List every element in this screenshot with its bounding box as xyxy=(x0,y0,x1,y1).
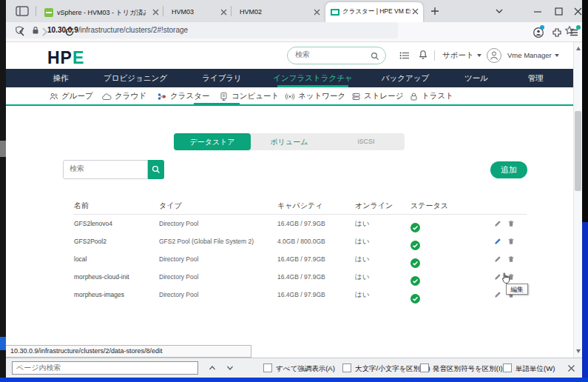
support-menu[interactable]: サポート xyxy=(442,50,481,61)
window-close-button[interactable] xyxy=(572,6,583,16)
hpe-favicon-icon xyxy=(331,9,339,16)
cell-capacity: 4.0GB / 800.0GB xyxy=(277,238,355,245)
match-diacritics-label[interactable]: 発音区別符号を区別(I) xyxy=(433,364,503,374)
cell-capacity: 16.4GB / 97.9GB xyxy=(277,255,355,263)
chevron-down-icon xyxy=(477,54,481,57)
global-search[interactable] xyxy=(287,47,386,64)
nav-backup[interactable]: バックアップ xyxy=(382,73,429,84)
delete-trash-icon[interactable] xyxy=(507,238,515,245)
subnav-storage[interactable]: ストレージ xyxy=(351,91,403,101)
tab-list-chevron-icon[interactable] xyxy=(494,6,504,16)
match-case-label[interactable]: 大文字/小文字を区別(C) xyxy=(355,364,430,374)
edit-pencil-icon[interactable] xyxy=(494,220,501,227)
url-text: 10.30.0.9/infrastructure/clusters/2#!sto… xyxy=(47,26,188,34)
col-status[interactable]: ステータス xyxy=(410,201,477,211)
shield-icon[interactable] xyxy=(15,26,24,35)
status-ok-icon xyxy=(410,241,477,250)
cell-online: はい xyxy=(355,290,410,300)
find-previous-icon[interactable] xyxy=(207,363,219,374)
subnav-clouds[interactable]: クラウド xyxy=(101,91,146,101)
nav-admin[interactable]: 管理 xyxy=(528,73,544,84)
table-row[interactable]: GFS2Pool2 GFS2 Pool (Global File System … xyxy=(74,232,527,250)
scroll-up-icon[interactable] xyxy=(576,47,581,50)
tab-separator xyxy=(231,6,232,16)
tab-iscsi[interactable]: iSCSI xyxy=(328,133,405,150)
subnav-clusters[interactable]: クラスター xyxy=(157,91,209,101)
extensions-puzzle-icon[interactable] xyxy=(551,27,563,38)
page-scrollbar[interactable] xyxy=(573,42,582,358)
tab-close-icon[interactable] xyxy=(313,8,321,16)
cell-name: local xyxy=(74,255,159,263)
lock-icon[interactable] xyxy=(31,26,40,35)
browser-tab-vsphere[interactable]: vSphere - HVM03 - トリガ済みア xyxy=(38,3,163,22)
table-row[interactable]: morpheus-cloud-init Directory Pool 16.4G… xyxy=(74,268,527,286)
tab-close-icon[interactable] xyxy=(411,7,419,16)
delete-trash-icon[interactable] xyxy=(507,220,515,227)
subnav-groups[interactable]: グループ xyxy=(49,91,93,101)
edit-pencil-icon[interactable] xyxy=(494,238,501,245)
subnav-trust[interactable]: トラスト xyxy=(409,91,453,101)
table-row[interactable]: morpheus-images Directory Pool 16.4GB / … xyxy=(74,286,527,304)
browser-tab-hvm03[interactable]: HVM03 xyxy=(164,3,231,22)
highlight-all-label[interactable]: すべて強調表示(A) xyxy=(276,364,335,374)
tab-separator xyxy=(163,6,163,16)
tab-close-icon[interactable] xyxy=(152,8,160,16)
nav-library[interactable]: ライブラリ xyxy=(202,73,242,84)
account-icon[interactable] xyxy=(533,27,544,38)
edit-pencil-icon[interactable] xyxy=(494,255,501,263)
tab-volumes[interactable]: ボリューム xyxy=(251,133,328,150)
add-button[interactable]: 追加 xyxy=(490,161,527,178)
match-case-checkbox[interactable] xyxy=(342,363,351,372)
window-maximize-button[interactable] xyxy=(553,6,564,16)
nav-infrastructure[interactable]: インフラストラクチャ xyxy=(273,73,352,84)
cluster-icon xyxy=(157,92,167,101)
find-input-wrap[interactable] xyxy=(12,361,198,375)
find-next-icon[interactable] xyxy=(225,363,237,374)
menu-hamburger-icon[interactable] xyxy=(568,27,580,38)
scrollbar-thumb[interactable] xyxy=(575,111,581,191)
browser-tab-hpe-vm-essentials[interactable]: クラスター | HPE VM Essentials xyxy=(325,2,423,22)
infrastructure-subnav: グループ クラウド クラスター コンピュート ネットワーク xyxy=(6,87,573,106)
new-tab-button[interactable] xyxy=(429,5,441,17)
table-search-button[interactable] xyxy=(148,160,164,179)
subnav-compute[interactable]: コンピュート xyxy=(219,91,279,101)
whole-words-label[interactable]: 単語単位(W) xyxy=(516,364,555,374)
table-row[interactable]: GFS2lenovo4 Directory Pool 16.4GB / 97.9… xyxy=(74,215,527,232)
nav-tools[interactable]: ツール xyxy=(464,73,488,84)
global-search-input[interactable] xyxy=(295,50,369,58)
tab-datastores[interactable]: データストア xyxy=(174,133,251,150)
notifications-bell-icon[interactable] xyxy=(418,50,428,60)
table-search[interactable] xyxy=(63,160,148,179)
col-name[interactable]: 名前 xyxy=(74,201,159,211)
find-input[interactable] xyxy=(16,363,192,372)
col-online[interactable]: オンライン xyxy=(355,201,410,211)
nav-operations[interactable]: 操作 xyxy=(53,73,69,84)
cell-online: はい xyxy=(355,255,410,264)
nav-provisioning[interactable]: プロビジョニング xyxy=(104,73,167,84)
user-menu[interactable]: Vme Manager xyxy=(507,51,559,59)
cell-name: morpheus-images xyxy=(74,291,159,298)
group-icon xyxy=(49,92,58,101)
subnav-active-underline xyxy=(194,103,240,106)
col-capacity[interactable]: キャパシティ xyxy=(277,201,355,211)
whole-words-checkbox[interactable] xyxy=(503,363,512,372)
activity-log-icon[interactable] xyxy=(399,50,410,61)
subnav-network[interactable]: ネットワーク xyxy=(285,91,345,101)
user-avatar[interactable] xyxy=(487,48,501,63)
mouse-cursor-hand xyxy=(500,272,511,284)
col-type[interactable]: タイプ xyxy=(159,201,277,211)
window-minimize-button[interactable] xyxy=(533,6,543,16)
table-row[interactable]: local Directory Pool 16.4GB / 97.9GB はい xyxy=(74,250,527,268)
firefox-view-icon[interactable] xyxy=(15,4,30,18)
find-close-icon[interactable] xyxy=(567,363,576,373)
highlight-all-checkbox[interactable] xyxy=(263,363,272,372)
cell-online: はい xyxy=(355,237,410,247)
delete-trash-icon[interactable] xyxy=(507,255,515,263)
tab-close-icon[interactable] xyxy=(220,8,228,16)
table-search-input[interactable] xyxy=(70,164,142,172)
network-icon xyxy=(285,92,295,101)
edit-pencil-icon[interactable] xyxy=(494,291,501,298)
match-diacritics-checkbox[interactable] xyxy=(420,363,429,372)
browser-tab-hvm02[interactable]: HVM02 xyxy=(232,3,325,22)
scroll-down-icon[interactable] xyxy=(576,349,581,353)
